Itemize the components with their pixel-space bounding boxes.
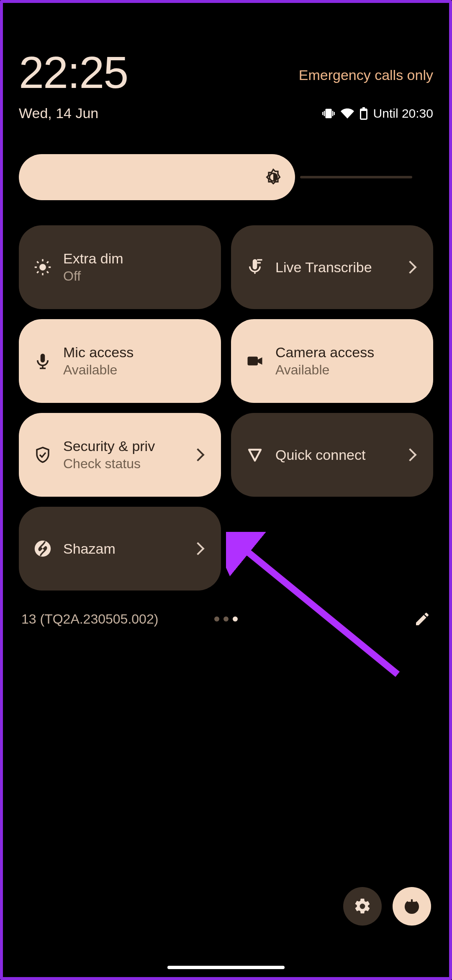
tile-quick-connect[interactable]: Quick connect bbox=[231, 413, 433, 497]
brightness-icon bbox=[264, 168, 282, 186]
chevron-right-icon bbox=[403, 448, 416, 461]
tile-label: Quick connect bbox=[275, 447, 394, 463]
svg-rect-12 bbox=[248, 357, 258, 366]
svg-line-4 bbox=[37, 261, 39, 263]
wifi-icon bbox=[341, 107, 354, 120]
tile-label: Shazam bbox=[63, 541, 182, 557]
tile-camera-access[interactable]: Camera access Available bbox=[231, 319, 433, 403]
date-label: Wed, 14 Jun bbox=[19, 105, 98, 121]
shazam-icon bbox=[34, 540, 51, 557]
chevron-right-icon bbox=[403, 260, 416, 273]
tile-mic-access[interactable]: Mic access Available bbox=[19, 319, 221, 403]
power-icon bbox=[403, 898, 420, 915]
network-status: Emergency calls only bbox=[299, 67, 433, 83]
vibrate-icon bbox=[322, 107, 335, 120]
tile-sub: Check status bbox=[63, 456, 182, 472]
tile-sub: Off bbox=[63, 268, 206, 284]
page-indicator bbox=[214, 616, 238, 622]
tile-extra-dim[interactable]: Extra dim Off bbox=[19, 225, 221, 309]
battery-until-label: Until 20:30 bbox=[373, 106, 433, 121]
build-number: 13 (TQ2A.230505.002) bbox=[21, 611, 158, 627]
video-icon bbox=[246, 352, 264, 370]
tile-label: Live Transcribe bbox=[275, 259, 394, 276]
mic-icon bbox=[34, 352, 51, 370]
tile-live-transcribe[interactable]: Live Transcribe bbox=[231, 225, 433, 309]
nav-triangle-icon bbox=[246, 446, 264, 464]
edit-icon[interactable] bbox=[414, 611, 431, 627]
brightness-slider[interactable] bbox=[19, 154, 433, 200]
nav-handle[interactable] bbox=[167, 966, 285, 969]
svg-line-8 bbox=[37, 271, 39, 273]
quick-settings-tiles: Extra dim Off Live Transcribe Mic access… bbox=[19, 225, 433, 591]
clock-time: 22:25 bbox=[19, 46, 128, 98]
tile-sub: Available bbox=[63, 362, 206, 378]
tile-label: Security & priv bbox=[63, 438, 182, 454]
power-button[interactable] bbox=[393, 887, 431, 926]
svg-line-5 bbox=[47, 271, 49, 273]
status-bar: Until 20:30 bbox=[322, 106, 433, 121]
chevron-right-icon bbox=[191, 448, 204, 461]
tile-label: Extra dim bbox=[63, 250, 206, 267]
battery-icon bbox=[360, 107, 367, 120]
settings-button[interactable] bbox=[343, 887, 382, 926]
tile-label: Camera access bbox=[275, 344, 418, 361]
tile-security-privacy[interactable]: Security & priv Check status bbox=[19, 413, 221, 497]
svg-line-9 bbox=[47, 261, 49, 263]
svg-point-1 bbox=[40, 264, 46, 270]
tile-shazam[interactable]: Shazam bbox=[19, 507, 221, 591]
mic-lines-icon bbox=[246, 258, 264, 276]
brightness-icon bbox=[34, 258, 51, 276]
chevron-right-icon bbox=[191, 542, 204, 555]
tile-sub: Available bbox=[275, 362, 418, 378]
shield-check-icon bbox=[34, 446, 51, 464]
tile-label: Mic access bbox=[63, 344, 206, 361]
gear-icon bbox=[353, 897, 372, 916]
